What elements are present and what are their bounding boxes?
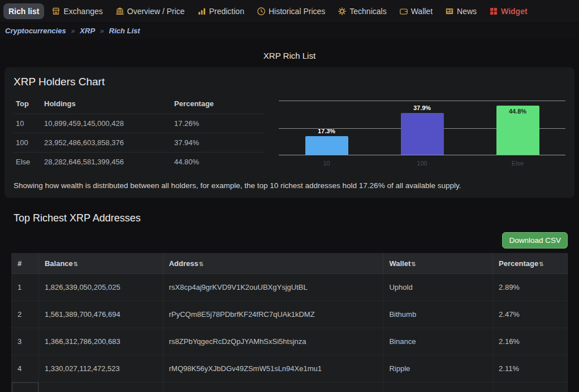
gear-icon [338,7,347,16]
holders-header-percentage: Percentage [172,96,265,114]
cell-address[interactable]: rs8ZPbYqgecRcDzQpJYAMhSxSi5htsjnza [163,328,383,355]
tab-news[interactable]: News [440,3,482,19]
cell-wallet: Uphold [383,274,493,301]
tab-prediction[interactable]: Prediction [192,3,249,19]
bar-chart-x-axis: 10 100 Else [279,160,565,167]
table-row: 1 1,826,339,050,205,025 rsX8cp4aj9grKVD9… [12,274,568,301]
cell-address[interactable]: rPyCQm8E5j78PDbrfKF24fRC7qUAk1kDMZ [163,301,383,328]
holders-table: Top Holdings Percentage 10 10,899,459,14… [14,96,265,171]
header-balance-label: Balance [45,259,73,268]
tab-technicals[interactable]: Technicals [332,3,391,19]
cell-percentage: 2.89% [493,274,568,301]
table-row: 4 1,330,027,112,472,523 rMQ98K56yXJbDGv4… [12,355,568,382]
cell-address[interactable]: rsX8cp4aj9grKVD9V1K2ouUBXgYsjgUtBL [163,274,383,301]
breadcrumb-separator: » [71,27,75,35]
header-balance[interactable]: Balance⇅ [38,254,163,274]
tab-widget-label: Widget [501,7,528,16]
holders-top: Else [14,153,42,172]
cell-wallet: Binance [383,328,493,355]
tab-wallet[interactable]: Wallet [394,3,438,19]
tab-widget[interactable]: Widget [484,3,533,19]
cell-wallet: Ripple [383,382,493,392]
tab-historical-prices-label: Historical Prices [269,7,325,16]
download-csv-button[interactable]: Download CSV [502,232,568,249]
tab-news-label: News [457,7,477,16]
cell-balance: 1,366,312,786,200,683 [38,328,163,355]
cell-rank: 3 [12,328,39,355]
holders-percentage: 17.26% [172,114,265,133]
bar-rect-top-10 [305,136,348,155]
cell-balance: 1,561,389,700,476,694 [38,301,163,328]
header-percentage-label: Percentage [499,259,538,268]
clock-icon [257,7,266,16]
cell-rank: 1 [12,274,39,301]
header-address[interactable]: Address⇅ [163,254,383,274]
tab-technicals-label: Technicals [349,7,386,16]
top-navbar: Rich list Exchanges Overview / Price Pre… [0,0,579,23]
bar-chart-plot-area: 17.3% 37.9% 44.8% [279,101,565,155]
holders-bar-chart: 17.3% 37.9% 44.8% 10 100 Else [279,96,565,171]
holders-row: 10 10,899,459,145,000,428 17.26% [14,114,265,133]
holders-percentage: 44.80% [172,153,265,172]
header-wallet[interactable]: Wallet⇅ [383,254,493,274]
bar-top-100[interactable]: 37.9% [401,113,444,155]
newspaper-icon [445,7,454,16]
museum-icon [115,7,124,16]
sort-icon: ⇅ [74,261,78,267]
breadcrumb-rich-list[interactable]: Rich List [109,27,140,35]
holders-card-title: XRP Holders Chart [14,76,565,88]
tab-rich-list[interactable]: Rich list [3,3,44,19]
page-title: XRP Rich List [0,51,579,60]
bar-value-label: 37.9% [401,104,444,111]
breadcrumb-xrp[interactable]: XRP [80,27,95,35]
header-percentage[interactable]: Percentage⇅ [493,254,568,274]
breadcrumb-separator: » [100,27,104,35]
x-tick-else: Else [496,160,539,167]
holders-holdings: 28,282,646,581,399,456 [42,153,172,172]
widget-grid-icon [489,7,498,16]
tab-rich-list-label: Rich list [8,7,39,16]
table-row: 3 1,366,312,786,200,683 rs8ZPbYqgecRcDzQ… [12,328,568,355]
bank-icon [51,7,61,16]
addresses-header-row: # Balance⇅ Address⇅ Wallet⇅ Percentage⇅ [12,254,568,274]
addresses-section-title: Top Richest XRP Addresses [14,212,565,224]
bar-value-label: 44.8% [496,108,539,115]
cell-address[interactable]: rMQ98K56yXJbDGv49ZSmW51sLn94Xe1mu1 [163,355,383,382]
holders-holdings: 10,899,459,145,000,428 [42,114,172,133]
cell-address[interactable]: rKveEyR1SrkWbJX214xcfH43ZsoGMb3PEv [163,382,383,392]
tab-exchanges[interactable]: Exchanges [46,3,107,19]
tab-historical-prices[interactable]: Historical Prices [252,3,330,19]
holders-row: Else 28,282,646,581,399,456 44.80% [14,153,265,172]
header-rank: # [12,254,39,274]
holders-top: 100 [14,133,42,153]
cell-rank: 2 [12,301,39,328]
bar-value-label: 17.3% [305,128,348,134]
sort-icon: ⇅ [199,261,204,267]
cell-rank: 5 [12,382,39,392]
header-wallet-label: Wallet [389,259,411,268]
holders-percentage: 37.94% [172,133,265,153]
breadcrumb-cryptocurrencies[interactable]: Cryptocurrencies [5,27,66,35]
holders-row: 100 23,952,486,603,858,376 37.94% [14,133,265,153]
bar-top-10[interactable]: 17.3% [305,136,348,155]
breadcrumb: Cryptocurrencies » XRP » Rich List [0,23,579,38]
cell-percentage: 2.16% [493,328,568,355]
cell-wallet: Bithumb [383,301,493,328]
cell-percentage: 2.11% [493,355,568,382]
tab-wallet-label: Wallet [411,7,433,16]
x-tick-100: 100 [401,160,444,167]
bar-rect-top-100 [401,113,444,155]
holders-holdings: 23,952,486,603,858,376 [42,133,172,153]
holders-top: 10 [14,114,42,133]
cell-percentage: 1.89% [493,382,568,392]
header-address-label: Address [169,259,198,268]
table-row: 5 1,195,544,083,997,776 rKveEyR1SrkWbJX2… [12,382,568,392]
tab-overview-price[interactable]: Overview / Price [110,3,190,19]
bar-else[interactable]: 44.8% [496,106,539,155]
x-tick-10: 10 [305,160,348,167]
tab-exchanges-label: Exchanges [63,7,102,16]
sort-icon: ⇅ [539,261,543,267]
cell-balance: 1,826,339,050,205,025 [38,274,163,301]
cell-balance: 1,330,027,112,472,523 [38,355,163,382]
holders-card-note: Showing how wealth is distributed betwee… [14,181,565,190]
